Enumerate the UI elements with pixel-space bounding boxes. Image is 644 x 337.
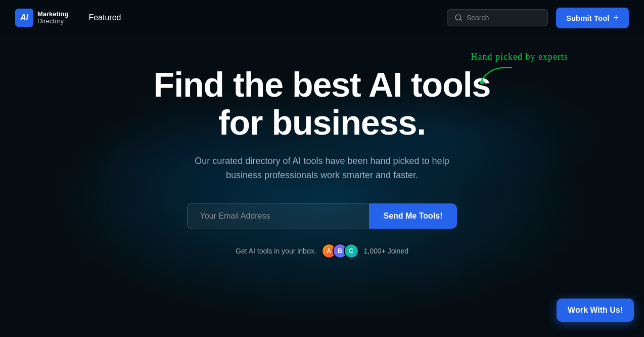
logo[interactable]: AI Marketing Directory	[15, 9, 68, 27]
email-form: Send Me Tools!	[187, 203, 456, 229]
social-proof-text: Get AI tools in your inbox.	[236, 247, 316, 255]
send-tools-button[interactable]: Send Me Tools!	[369, 203, 456, 229]
handwritten-text: Hand picked by experts	[471, 51, 568, 63]
handwritten-arrow-icon	[476, 65, 517, 86]
logo-line1: Marketing	[37, 11, 68, 18]
hero-section: Hand picked by experts Find the best AI …	[0, 35, 644, 279]
work-with-us-button[interactable]: Work With Us!	[557, 299, 634, 322]
joined-count: 1,000+ Joined	[364, 247, 408, 255]
social-proof: Get AI tools in your inbox. A B C 1,000+…	[236, 243, 408, 259]
logo-line2: Directory	[37, 18, 68, 25]
search-bar[interactable]	[447, 9, 548, 26]
logo-text: Marketing Directory	[37, 11, 68, 25]
avatar-3: C	[344, 243, 359, 259]
hero-title-line1: Find the best AI tools	[154, 65, 491, 104]
svg-line-1	[460, 19, 462, 21]
plus-icon: +	[613, 13, 619, 23]
navbar-left: AI Marketing Directory Featured	[15, 9, 121, 27]
handwritten-annotation: Hand picked by experts	[471, 51, 568, 86]
email-input[interactable]	[187, 203, 369, 229]
hero-subtitle: Our curated directory of AI tools have b…	[191, 154, 453, 183]
logo-icon: AI	[15, 9, 33, 27]
submit-tool-label: Submit Tool	[566, 14, 610, 22]
hero-title-line2: for business.	[218, 103, 426, 142]
navbar-right: Submit Tool +	[447, 8, 629, 28]
submit-tool-button[interactable]: Submit Tool +	[556, 8, 629, 28]
avatars: A B C	[321, 243, 359, 259]
navbar: AI Marketing Directory Featured Submit T…	[0, 0, 644, 35]
nav-featured[interactable]: Featured	[88, 13, 121, 22]
search-icon	[454, 14, 463, 22]
hero-title: Find the best AI tools for business.	[154, 66, 491, 142]
search-input[interactable]	[467, 14, 540, 22]
